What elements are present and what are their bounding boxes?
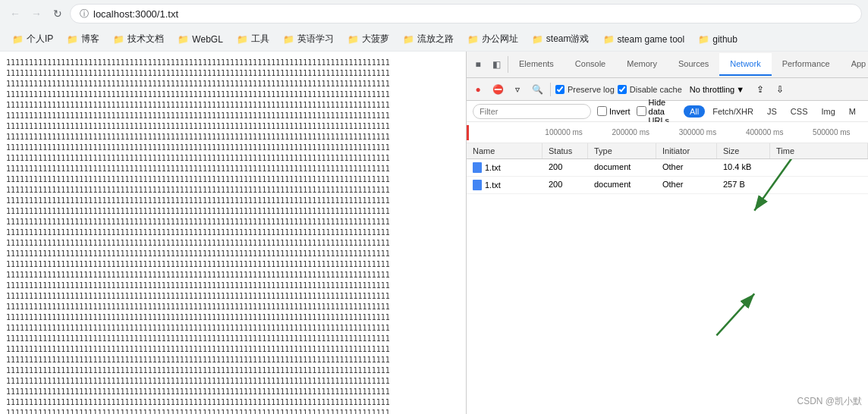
device-mode-button[interactable]: ◧ — [488, 56, 505, 73]
inspect-element-button[interactable]: ■ — [470, 56, 486, 73]
forward-button[interactable]: → — [27, 5, 46, 23]
th-type[interactable]: Type — [588, 143, 656, 158]
tab-elements[interactable]: Elements — [508, 53, 565, 76]
table-row[interactable]: 1.txt 200 document Other 257 B — [467, 177, 868, 194]
import-button[interactable]: ⇪ — [752, 81, 769, 98]
filter-bar: Invert Hide data URLs All Fetch/XHR JS C… — [467, 101, 868, 122]
filter-type-tabs: All Fetch/XHR JS CSS Img M — [684, 105, 862, 118]
bookmark-tech-docs[interactable]: 📁 技术文档 — [107, 30, 170, 49]
reload-button[interactable]: ↻ — [49, 5, 67, 23]
td-type-2: document — [588, 177, 656, 193]
timeline-label-4: 400000 ms — [746, 128, 783, 136]
record-button[interactable]: ● — [470, 81, 486, 98]
td-type-1: document — [588, 159, 656, 176]
network-table: Name Status Type Initiator Size Time 1.t… — [467, 143, 868, 414]
filter-tab-all[interactable]: All — [684, 105, 705, 118]
table-header: Name Status Type Initiator Size Time — [467, 143, 868, 159]
bookmark-steam-games[interactable]: 📁 steam游戏 — [526, 30, 596, 49]
bookmark-label: 大菠萝 — [362, 33, 389, 45]
bookmark-label: github — [712, 34, 737, 45]
td-time-2 — [770, 177, 868, 193]
tab-sources[interactable]: Sources — [668, 53, 719, 76]
tab-app[interactable]: App — [841, 53, 868, 76]
file-icon-1 — [473, 162, 482, 173]
bookmark-label: 工具 — [251, 33, 269, 45]
bookmark-blog[interactable]: 📁 博客 — [61, 30, 105, 49]
url-text: localhost:3000/1.txt — [93, 8, 178, 20]
toolbar-sep-1 — [550, 83, 551, 96]
back-button[interactable]: ← — [6, 5, 24, 23]
bookmark-github[interactable]: 📁 github — [692, 31, 744, 48]
tab-memory[interactable]: Memory — [616, 53, 668, 76]
throttle-arrow-icon: ▼ — [736, 85, 744, 94]
bookmark-office[interactable]: 📁 办公网址 — [461, 30, 524, 49]
tab-network[interactable]: Network — [719, 53, 771, 76]
bookmark-personal-ip[interactable]: 📁 个人IP — [6, 30, 59, 49]
td-size-1: 10.4 kB — [717, 159, 770, 176]
search-button[interactable]: 🔍 — [529, 81, 546, 98]
td-initiator-2: Other — [656, 177, 717, 193]
filter-tab-js[interactable]: JS — [761, 105, 783, 118]
timeline-marker — [467, 125, 469, 140]
lock-icon: ⓘ — [80, 8, 89, 20]
filter-tab-img[interactable]: Img — [815, 105, 841, 118]
csdn-watermark: CSDN @凯小默 — [797, 395, 862, 408]
filter-tab-css[interactable]: CSS — [785, 105, 814, 118]
bookmark-label: WebGL — [192, 34, 222, 45]
devtools-icons: ■ ◧ — [467, 56, 508, 73]
bookmark-label: steam游戏 — [546, 33, 590, 45]
invert-checkbox[interactable]: Invert — [597, 106, 631, 116]
timeline-label-2: 200000 ms — [612, 128, 649, 136]
bookmark-steam-tool[interactable]: 📁 steam game tool — [597, 31, 691, 48]
td-name-1: 1.txt — [467, 159, 542, 176]
file-text: 1111111111111111111111111111111111111111… — [0, 52, 466, 414]
bookmark-label: 英语学习 — [297, 33, 334, 45]
td-time-1 — [770, 159, 868, 176]
bookmark-pineapple[interactable]: 📁 大菠萝 — [341, 30, 395, 49]
bookmarks-bar: 📁 个人IP 📁 博客 📁 技术文档 📁 WebGL 📁 工具 📁 英语学习 📁… — [0, 27, 868, 52]
timeline-labels: 100000 ms 200000 ms 300000 ms 400000 ms … — [470, 128, 865, 136]
address-bar[interactable]: ⓘ localhost:3000/1.txt — [70, 4, 862, 24]
preserve-log-checkbox[interactable]: Preserve log — [555, 85, 615, 94]
bookmark-label: 个人IP — [27, 33, 53, 45]
clear-button[interactable]: ⛔ — [489, 81, 506, 98]
bookmark-english[interactable]: 📁 英语学习 — [277, 30, 340, 49]
filter-tab-m[interactable]: M — [843, 105, 862, 118]
timeline-label-3: 300000 ms — [679, 128, 716, 136]
th-time[interactable]: Time — [770, 143, 868, 158]
bookmark-label: steam game tool — [618, 34, 685, 45]
hide-data-checkbox[interactable]: Hide data URLs — [637, 98, 675, 125]
filter-tab-fetch-xhr[interactable]: Fetch/XHR — [706, 105, 760, 118]
bookmark-label: 博客 — [81, 33, 99, 45]
bookmark-tools[interactable]: 📁 工具 — [231, 30, 275, 49]
disable-cache-checkbox[interactable]: Disable cache — [618, 85, 682, 94]
th-status[interactable]: Status — [542, 143, 588, 158]
timeline-bar: 100000 ms 200000 ms 300000 ms 400000 ms … — [467, 122, 868, 143]
bookmark-exile[interactable]: 📁 流放之路 — [397, 30, 460, 49]
file-icon-2 — [473, 180, 482, 190]
td-size-2: 257 B — [717, 177, 770, 193]
timeline-label-1: 100000 ms — [545, 128, 582, 136]
bookmark-webgl[interactable]: 📁 WebGL — [171, 31, 228, 48]
nav-bar: ← → ↻ ⓘ localhost:3000/1.txt — [0, 0, 868, 27]
tab-console[interactable]: Console — [565, 53, 616, 76]
bookmark-label: 技术文档 — [127, 33, 164, 45]
td-name-2: 1.txt — [467, 177, 542, 193]
table-row[interactable]: 1.txt 200 document Other 10.4 kB — [467, 159, 868, 177]
filter-button[interactable]: ▿ — [509, 81, 526, 98]
bookmark-label: 办公网址 — [482, 33, 518, 45]
td-status-2: 200 — [542, 177, 588, 193]
tab-performance[interactable]: Performance — [772, 53, 841, 76]
th-name[interactable]: Name — [467, 143, 542, 158]
bookmark-label: 流放之路 — [417, 33, 454, 45]
throttle-dropdown[interactable]: No throttling ▼ — [685, 83, 749, 96]
filter-input[interactable] — [473, 104, 591, 119]
devtools-tab-bar: ■ ◧ Elements Console Memory Sources Netw… — [467, 52, 868, 78]
export-button[interactable]: ⇩ — [772, 81, 788, 98]
svg-line-3 — [716, 293, 754, 335]
throttle-label: No throttling — [690, 85, 734, 94]
th-initiator[interactable]: Initiator — [656, 143, 717, 158]
text-content-area: 1111111111111111111111111111111111111111… — [0, 52, 466, 414]
timeline-label-5: 500000 ms — [813, 128, 850, 136]
th-size[interactable]: Size — [717, 143, 770, 158]
